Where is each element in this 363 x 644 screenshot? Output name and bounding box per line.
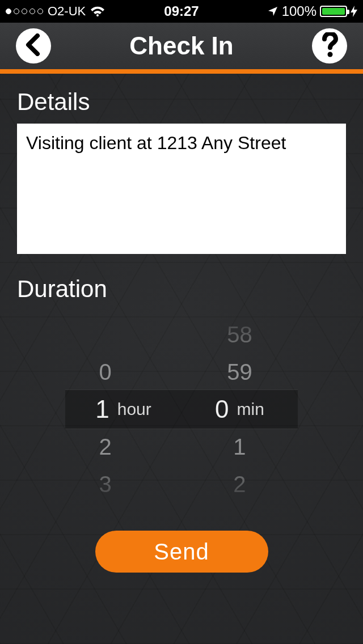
picker-option: 3 [95,465,151,503]
picker-option: 2 [95,428,151,465]
charging-icon [351,6,357,17]
chevron-left-icon [24,33,43,58]
picker-option: 0 [95,353,151,391]
carrier-label: O2-UK [48,4,86,19]
details-input[interactable] [17,124,346,254]
hour-unit-label: hour [117,400,151,419]
hours-column[interactable]: 0 1 hour 2 3 4 [65,307,182,511]
send-button[interactable]: Send [95,531,268,573]
wifi-icon [90,6,105,17]
clock-label: 09:27 [164,3,199,19]
picker-option: 1 [215,428,264,465]
help-button[interactable] [312,28,347,63]
page-title: Check In [129,32,233,60]
svg-point-0 [327,52,332,57]
minutes-column[interactable]: 57 58 59 0 min 1 2 3 [182,307,298,511]
battery-icon [320,6,347,17]
details-label: Details [17,88,346,116]
nav-bar: Check In [0,23,363,74]
duration-label: Duration [17,276,346,303]
content-area: Details Duration 0 1 hour 2 3 4 57 58 [0,74,363,573]
location-icon [267,6,278,17]
picker-option: 58 [215,316,264,353]
battery-percent-label: 100% [282,3,316,19]
picker-option: 59 [215,353,264,391]
status-bar: O2-UK 09:27 100% [0,0,363,23]
picker-selected-minute: 0 min [215,391,264,428]
picker-selected-hour: 1 hour [95,391,151,428]
back-button[interactable] [16,28,51,63]
status-right: 100% [199,3,357,19]
duration-picker[interactable]: 0 1 hour 2 3 4 57 58 59 0 min 1 2 [65,307,298,511]
picker-option: 2 [215,465,264,503]
signal-strength-icon [6,9,43,14]
question-icon [321,32,338,60]
minute-unit-label: min [237,400,264,419]
status-left: O2-UK [6,4,164,19]
